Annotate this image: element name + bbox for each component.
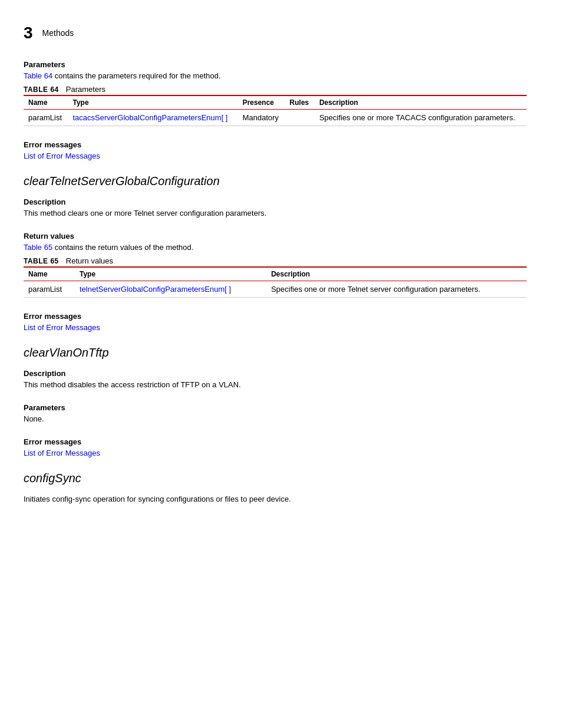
method-heading-cleartelnet: clearTelnetServerGlobalConfiguration (24, 174, 527, 188)
table64-header-row: Name Type Presence Rules Description (24, 95, 527, 110)
list-of-error-messages-link-2[interactable]: List of Error Messages (24, 323, 100, 332)
col-name: Name (24, 95, 68, 110)
page-container: 3 Methods Parameters Table 64 contains t… (0, 0, 562, 541)
chapter-title: Methods (42, 28, 74, 38)
return-values-intro: Table 65 contains the return values of t… (24, 243, 527, 252)
error-messages-section-1: Error messages List of Error Messages (24, 140, 527, 160)
cell-name-65: paramList (24, 281, 75, 298)
parameters-label-1: Parameters (24, 60, 527, 69)
error-messages-section-2: Error messages List of Error Messages (24, 312, 527, 332)
table64-label: TABLE 64 (24, 85, 59, 94)
error-messages-label-1: Error messages (24, 140, 527, 149)
description-text-clearvlan: This method disables the access restrict… (24, 380, 527, 389)
table65-caption: TABLE 65 Return values (24, 256, 527, 265)
col-description-65: Description (266, 267, 527, 281)
table65-caption-text: Return values (66, 256, 113, 265)
description-label-clearvlan: Description (24, 369, 527, 378)
cell-rules (285, 110, 315, 126)
tacacs-enum-link[interactable]: tacacsServerGlobalConfigParametersEnum[ … (72, 113, 227, 122)
list-of-error-messages-link-1[interactable]: List of Error Messages (24, 151, 100, 160)
method-heading-configsync: configSync (24, 472, 527, 485)
description-section-clearvlan: Description This method disables the acc… (24, 369, 527, 389)
list-of-error-messages-link-3[interactable]: List of Error Messages (24, 449, 100, 457)
parameters-none-text: None. (24, 414, 527, 423)
table-row: paramList tacacsServerGlobalConfigParame… (24, 110, 527, 126)
col-presence: Presence (238, 95, 285, 110)
table64-caption: TABLE 64 Parameters (24, 85, 527, 94)
error-messages-label-2: Error messages (24, 312, 527, 321)
parameters-section-2: Parameters None. (24, 403, 527, 423)
description-label-cleartelnet: Description (24, 197, 527, 206)
parameters-intro-1: Table 64 contains the parameters require… (24, 71, 527, 80)
telnet-enum-link[interactable]: telnetServerGlobalConfigParametersEnum[ … (80, 285, 231, 294)
col-name-65: Name (24, 267, 75, 281)
table64-link[interactable]: Table 64 (24, 71, 52, 80)
table64: Name Type Presence Rules Description par… (24, 95, 527, 126)
table-row: paramList telnetServerGlobalConfigParame… (24, 281, 527, 298)
table65-label: TABLE 65 (24, 257, 59, 265)
error-messages-section-3: Error messages List of Error Messages (24, 437, 527, 457)
parameters-label-2: Parameters (24, 403, 527, 412)
cell-description: Specifies one or more TACACS configurati… (315, 110, 527, 126)
return-values-label: Return values (24, 232, 527, 241)
col-type-65: Type (75, 267, 266, 281)
parameters-section-1: Parameters Table 64 contains the paramet… (24, 60, 527, 126)
col-type: Type (68, 95, 237, 110)
cell-name: paramList (24, 110, 68, 126)
cell-type: tacacsServerGlobalConfigParametersEnum[ … (68, 110, 237, 126)
method-heading-clearvlan: clearVlanOnTftp (24, 346, 527, 360)
page-header: 3 Methods (24, 24, 527, 42)
chapter-number: 3 (24, 24, 33, 42)
return-values-section: Return values Table 65 contains the retu… (24, 232, 527, 298)
col-description: Description (315, 95, 527, 110)
configsync-description-section: Initiates config-sync operation for sync… (24, 495, 527, 503)
table64-caption-text: Parameters (66, 85, 105, 94)
description-section-cleartelnet: Description This method clears one or mo… (24, 197, 527, 218)
table65: Name Type Description paramList telnetSe… (24, 266, 527, 298)
table65-header-row: Name Type Description (24, 267, 527, 281)
cell-description-65: Specifies one or more Telnet server conf… (266, 281, 527, 298)
configsync-description-text: Initiates config-sync operation for sync… (24, 495, 527, 503)
cell-presence: Mandatory (238, 110, 285, 126)
error-messages-label-3: Error messages (24, 437, 527, 446)
table65-link[interactable]: Table 65 (24, 243, 52, 252)
cell-type-65: telnetServerGlobalConfigParametersEnum[ … (75, 281, 266, 298)
description-text-cleartelnet: This method clears one or more Telnet se… (24, 209, 527, 218)
col-rules: Rules (285, 95, 315, 110)
